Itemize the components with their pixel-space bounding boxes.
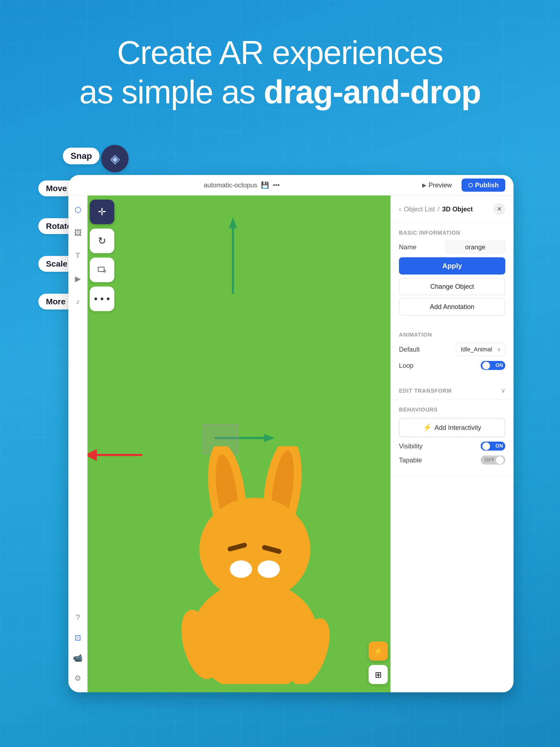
visibility-row: Visibility ON — [399, 442, 505, 450]
more-tool-button[interactable]: • • • — [90, 287, 114, 311]
bunny-character — [176, 446, 334, 684]
sidebar-icon-video[interactable]: 📹 — [72, 652, 84, 664]
sidebar-bottom: ? ⊡ 📹 ⚙ — [72, 611, 84, 692]
svg-marker-4 — [264, 434, 275, 442]
back-icon[interactable]: ‹ — [399, 205, 401, 213]
name-field-row: Name orange — [399, 241, 505, 254]
change-object-button[interactable]: Change Object — [399, 278, 505, 295]
canvas-area — [87, 196, 390, 692]
tapable-row: Tapable OFF — [399, 456, 505, 465]
sidebar-icon-text[interactable]: T — [72, 250, 84, 262]
svg-point-14 — [258, 561, 280, 578]
name-label: Name — [399, 243, 416, 251]
sidebar-icon-music[interactable]: ♪ — [72, 295, 84, 308]
sidebar-icon-cube[interactable]: ⬡ — [72, 204, 84, 216]
visibility-label: Visibility — [399, 442, 423, 450]
headline: Create AR experiences as simple as drag-… — [0, 0, 560, 111]
sidebar-icon-help[interactable]: ? — [72, 611, 84, 623]
edit-transform-row[interactable]: EDIT TRANSFORM ∨ — [391, 382, 513, 400]
preview-button[interactable]: Preview — [418, 179, 456, 191]
scale-tool-button[interactable] — [90, 258, 114, 282]
headline-line2-bold: drag-and-drop — [263, 74, 481, 110]
lightning-float-button[interactable]: ⚡ — [368, 641, 388, 661]
animation-dropdown[interactable]: Idle_Animal — [456, 343, 505, 356]
up-arrow — [229, 217, 237, 294]
sidebar-icon-play[interactable]: ▶ — [72, 273, 84, 285]
publish-button[interactable]: Publish — [462, 179, 505, 192]
rotate-tool-button[interactable]: ↻ — [90, 229, 114, 253]
default-label: Default — [399, 345, 420, 353]
sidebar-icon-image[interactable]: 🖼 — [72, 227, 84, 239]
sidebar-icon-settings[interactable]: ⚙ — [72, 672, 84, 684]
tapable-label: Tapable — [399, 456, 422, 464]
left-sidebar: ⬡ 🖼 T ▶ ♪ ? ⊡ 📹 ⚙ — [68, 196, 87, 692]
add-interactivity-button[interactable]: ⚡ Add Interactivity — [399, 418, 505, 437]
svg-point-13 — [230, 561, 252, 578]
loop-toggle[interactable]: ON — [481, 361, 505, 370]
behaviours-title: BEHAVIOURS — [399, 407, 505, 413]
loop-label: Loop — [399, 362, 413, 369]
sidebar-icon-layers[interactable]: ⊡ — [72, 632, 84, 644]
animation-section: ANIMATION Default Idle_Animal Loop ON — [391, 325, 513, 382]
bottom-float-buttons: ⚡ ⊞ — [368, 641, 388, 684]
default-animation-row: Default Idle_Animal — [399, 343, 505, 356]
edit-transform-title: EDIT TRANSFORM — [399, 388, 452, 394]
loop-row: Loop ON — [399, 361, 505, 370]
basic-info-title: BASIC INFORMATION — [399, 230, 505, 236]
name-value[interactable]: orange — [445, 241, 505, 254]
headline-line2: as simple as drag-and-drop — [0, 72, 560, 111]
grid-float-button[interactable]: ⊞ — [368, 665, 388, 684]
diamond-icon-button[interactable] — [101, 145, 128, 172]
animation-title: ANIMATION — [399, 332, 505, 338]
right-panel: ‹ Object List / 3D Object ✕ BASIC INFORM… — [390, 196, 513, 692]
close-button[interactable]: ✕ — [493, 203, 505, 215]
add-annotation-button[interactable]: Add Annotation — [399, 298, 505, 315]
tapable-toggle[interactable]: OFF — [481, 456, 505, 465]
headline-line1: Create AR experiences — [0, 33, 560, 72]
panel-header: ‹ Object List / 3D Object ✕ — [391, 196, 513, 223]
apply-button[interactable]: Apply — [399, 257, 505, 275]
basic-info-section: BASIC INFORMATION Name orange Apply Chan… — [391, 223, 513, 325]
panel-breadcrumb: ‹ Object List / 3D Object — [399, 205, 473, 213]
ui-container: Snap Move Rotate Scale More automatic-oc… — [47, 148, 513, 692]
lightning-icon: ⚡ — [423, 423, 432, 432]
snap-button[interactable]: Snap — [63, 148, 100, 164]
breadcrumb-current: 3D Object — [442, 205, 473, 213]
svg-marker-2 — [229, 217, 237, 228]
red-arrow — [87, 454, 142, 456]
editor-card: automatic-octopus 💾 ••• Preview Publish … — [68, 175, 513, 692]
editor-header: automatic-octopus 💾 ••• Preview Publish — [68, 175, 513, 196]
breadcrumb-parent[interactable]: Object List — [404, 205, 435, 213]
svg-rect-0 — [98, 267, 104, 272]
editor-filename: automatic-octopus 💾 ••• — [93, 181, 390, 189]
visibility-toggle[interactable]: ON — [481, 442, 505, 450]
chevron-down-icon: ∨ — [501, 387, 505, 394]
headline-line2-prefix: as simple as — [79, 74, 263, 110]
move-tool-button[interactable]: ✛ — [90, 200, 114, 224]
tool-buttons: ✛ ↻ • • • — [90, 200, 114, 311]
behaviours-section: BEHAVIOURS ⚡ Add Interactivity Visibilit… — [391, 400, 513, 476]
